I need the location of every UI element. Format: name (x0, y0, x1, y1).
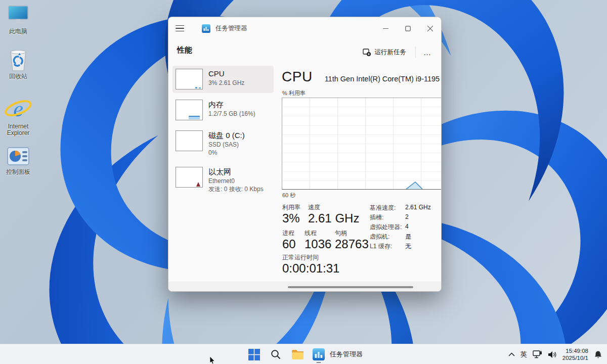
more-options-label: … (423, 48, 431, 57)
horizontal-scrollbar-track[interactable] (168, 282, 441, 292)
speed-value: 2.61 GHz (308, 211, 359, 225)
desktop-icon-label: 此电脑 (9, 28, 27, 35)
recycle-bin-icon (8, 49, 28, 72)
sockets-value: 2 (405, 213, 409, 220)
desktop: 此电脑 回收站 e Internet Explore (0, 0, 607, 364)
taskbar-task-manager-label: 任务管理器 (330, 350, 363, 359)
minimize-button[interactable] (374, 17, 397, 39)
sidebar-item-title: 内存 (208, 100, 255, 110)
active-app-indicator (317, 362, 321, 363)
svg-text:z: z (600, 351, 601, 354)
sockets-label: 插槽: (370, 213, 383, 222)
threads-value: 1036 (305, 237, 331, 251)
base-speed-value: 2.61 GHz (405, 204, 431, 211)
desktop-icon-control-panel[interactable]: 控制面板 (2, 145, 34, 175)
virtual-machine-value: 是 (405, 233, 411, 241)
sidebar-item-line3: 0% (208, 149, 245, 157)
search-icon (271, 349, 281, 359)
disk-mini-graph (176, 130, 203, 151)
desktop-icon-label: 回收站 (9, 73, 27, 80)
processes-value: 60 (282, 237, 296, 251)
virtual-machine-label: 虚拟机: (370, 233, 389, 241)
navigation-menu-button[interactable] (176, 21, 191, 36)
run-new-task-button[interactable]: 运行新任务 (357, 44, 413, 60)
svg-text:e: e (13, 97, 23, 121)
cpu-utilization-chart[interactable] (282, 98, 442, 190)
desktop-icon-this-pc[interactable]: 此电脑 (2, 4, 34, 35)
cpu-detail-pane: CPU 11th Gen Intel(R) Core(TM) i9-1195 %… (280, 66, 441, 291)
clock-date: 2025/10/1 (562, 354, 588, 361)
sidebar-item-ethernet[interactable]: 以太网 Ethernet0 发送: 0 接收: 0 Kbps (172, 164, 274, 197)
sidebar-item-title: 磁盘 0 (C:) (208, 130, 245, 141)
cpu-mini-graph (176, 69, 203, 89)
network-icon (533, 350, 542, 358)
horizontal-scrollbar-thumb[interactable] (288, 286, 413, 288)
sidebar-item-memory[interactable]: 内存 1.2/7.5 GB (16%) (172, 97, 274, 124)
file-explorer-button[interactable] (290, 347, 305, 361)
sidebar-item-cpu[interactable]: CPU 3% 2.61 GHz (172, 66, 274, 93)
graph-time-label: 60 秒 (282, 192, 295, 199)
do-not-disturb-bell-icon: z (594, 350, 602, 359)
taskbar-task-manager[interactable]: 任务管理器 (312, 348, 363, 361)
file-explorer-icon (291, 349, 304, 360)
divider (415, 47, 416, 58)
performance-sidebar: CPU 3% 2.61 GHz 内存 1.2/7.5 GB (16%) 磁盘 0… (172, 66, 274, 200)
sidebar-item-line3: 发送: 0 接收: 0 Kbps (208, 185, 264, 193)
sidebar-item-subtitle: SSD (SAS) (208, 141, 245, 149)
handles-value: 28763 (335, 237, 369, 251)
input-language-indicator[interactable]: 英 (521, 350, 527, 359)
utilization-label: 利用率 (282, 203, 300, 212)
windows-logo-icon (248, 349, 260, 360)
processes-label: 进程 (282, 229, 294, 238)
new-task-icon (363, 48, 371, 56)
threads-label: 线程 (305, 229, 317, 238)
task-manager-window: 任务管理器 性能 (168, 17, 442, 292)
sidebar-item-subtitle: 3% 2.61 GHz (208, 79, 244, 87)
tray-overflow-chevron[interactable] (508, 352, 515, 356)
sidebar-item-subtitle: Ethernet0 (208, 177, 264, 185)
chevron-up-icon (508, 352, 515, 356)
uptime-value: 0:00:01:31 (282, 261, 339, 276)
speed-label: 速度 (308, 203, 320, 212)
memory-mini-graph (176, 100, 203, 120)
maximize-button[interactable] (397, 17, 419, 39)
uptime-label: 正常运行时间 (282, 253, 319, 262)
notification-center-button[interactable]: z (594, 350, 602, 359)
more-options-button[interactable]: … (419, 44, 436, 60)
sidebar-item-title: CPU (208, 69, 244, 79)
utilization-value: 3% (282, 211, 300, 225)
clock-time: 15:49:08 (562, 347, 588, 354)
l1-cache-label: L1 缓存: (370, 242, 392, 251)
desktop-icon-label: 控制面板 (6, 169, 30, 175)
sidebar-item-subtitle: 1.2/7.5 GB (16%) (208, 110, 255, 118)
graph-unit-label: % 利用率 (282, 89, 306, 97)
task-manager-app-icon (202, 24, 210, 33)
internet-explorer-icon: e (4, 96, 32, 122)
close-button[interactable] (419, 17, 441, 39)
start-button[interactable] (247, 347, 261, 361)
task-manager-taskbar-icon (312, 348, 325, 361)
this-pc-icon (7, 4, 30, 27)
ethernet-mini-graph (176, 167, 203, 188)
sidebar-item-disk[interactable]: 磁盘 0 (C:) SSD (SAS) 0% (172, 127, 274, 160)
search-button[interactable] (269, 347, 283, 361)
network-tray-button[interactable] (533, 350, 542, 358)
handles-label: 句柄 (335, 229, 347, 238)
cpu-model-subtitle: 11th Gen Intel(R) Core(TM) i9-1195 (325, 75, 440, 83)
volume-icon (548, 351, 557, 358)
taskbar-clock[interactable]: 15:49:08 2025/10/1 (562, 347, 588, 361)
page-header: 性能 运行新任务 … (168, 39, 441, 65)
virtual-processors-value: 4 (405, 223, 409, 230)
sidebar-item-title: 以太网 (208, 167, 264, 177)
run-new-task-label: 运行新任务 (375, 48, 407, 57)
l1-cache-value: 无 (405, 242, 411, 251)
mouse-cursor (209, 356, 215, 364)
window-title: 任务管理器 (215, 24, 247, 33)
volume-tray-button[interactable] (548, 351, 557, 358)
desktop-icon-recycle-bin[interactable]: 回收站 (2, 49, 34, 80)
page-title: 性能 (177, 46, 192, 55)
taskbar: 任务管理器 英 (0, 344, 607, 364)
desktop-icon-internet-explorer[interactable]: e Internet Explorer (2, 96, 34, 136)
titlebar: 任务管理器 (168, 17, 441, 39)
system-tray: 英 15:49:08 202 (508, 344, 602, 364)
